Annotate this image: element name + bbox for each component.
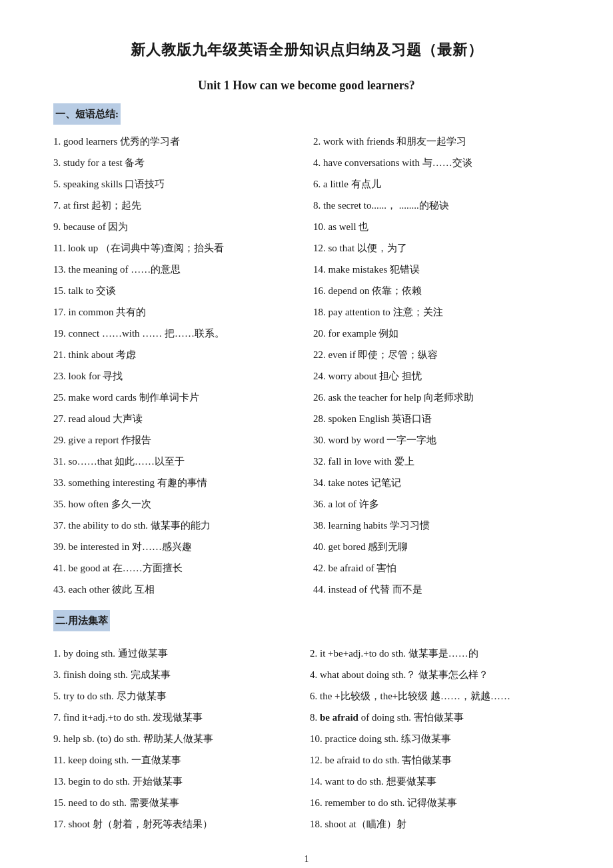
table-row: 5. speaking skills 口语技巧6. a little 有点儿	[53, 174, 560, 194]
phrase-left: 1. good learners 优秀的学习者	[53, 131, 306, 151]
phrase-left: 11. look up （在词典中等)查阅；抬头看	[53, 238, 306, 258]
phrase-left: 35. how often 多久一次	[53, 494, 306, 514]
usage-right: 4. what about doing sth.？ 做某事怎么样？	[306, 665, 560, 685]
phrase-left: 25. make word cards 制作单词卡片	[53, 387, 306, 407]
table-row: 7. at first 起初；起先8. the secret to......，…	[53, 195, 560, 215]
phrase-right: 30. word by word 一字一字地	[306, 430, 560, 450]
phrase-left: 17. in common 共有的	[53, 302, 306, 322]
table-row: 27. read aloud 大声读28. spoken English 英语口…	[53, 409, 560, 429]
usage-right: 2. it +be+adj.+to do sth. 做某事是……的	[306, 643, 560, 663]
section2-header: 二.用法集萃	[53, 610, 110, 631]
phrase-right: 8. the secret to......， ........的秘诀	[306, 195, 560, 215]
usage-right: 8. be afraid of doing sth. 害怕做某事	[306, 707, 560, 727]
table-row: 13. the meaning of ……的意思14. make mistake…	[53, 259, 560, 279]
phrase-right: 24. worry about 担心 担忧	[306, 366, 560, 386]
usage-left: 7. find it+adj.+to do sth. 发现做某事	[53, 707, 306, 727]
phrase-left: 27. read aloud 大声读	[53, 409, 306, 429]
phrase-left: 31. so……that 如此……以至于	[53, 451, 306, 471]
phrase-right: 4. have conversations with 与……交谈	[306, 153, 560, 173]
table-row: 1. by doing sth. 通过做某事2. it +be+adj.+to …	[53, 643, 560, 663]
table-row: 43. each other 彼此 互相44. instead of 代替 而不…	[53, 579, 560, 599]
table-row: 11. look up （在词典中等)查阅；抬头看12. so that 以便，…	[53, 238, 560, 258]
table-row: 1. good learners 优秀的学习者2. work with frie…	[53, 131, 560, 151]
table-row: 33. something interesting 有趣的事情34. take …	[53, 473, 560, 493]
table-row: 7. find it+adj.+to do sth. 发现做某事8. be af…	[53, 707, 560, 727]
usage-right: 6. the +比较级，the+比较级 越……，就越……	[306, 686, 560, 706]
phrase-right: 16. depend on 依靠；依赖	[306, 281, 560, 301]
phrase-left: 33. something interesting 有趣的事情	[53, 473, 306, 493]
table-row: 17. in common 共有的18. pay attention to 注意…	[53, 302, 560, 322]
phrase-left: 39. be interested in 对……感兴趣	[53, 537, 306, 557]
usage-left: 3. finish doing sth. 完成某事	[53, 665, 306, 685]
phrase-right: 2. work with friends 和朋友一起学习	[306, 131, 560, 151]
phrase-right: 18. pay attention to 注意；关注	[306, 302, 560, 322]
main-title: 新人教版九年级英语全册知识点归纳及习题（最新）	[53, 40, 560, 60]
phrase-right: 20. for example 例如	[306, 323, 560, 343]
usage-list: 1. by doing sth. 通过做某事2. it +be+adj.+to …	[53, 643, 560, 834]
phrase-right: 36. a lot of 许多	[306, 494, 560, 514]
table-row: 19. connect ……with …… 把……联系。20. for exam…	[53, 323, 560, 343]
phrase-left: 15. talk to 交谈	[53, 281, 306, 301]
table-row: 3. finish doing sth. 完成某事4. what about d…	[53, 665, 560, 685]
phrase-right: 42. be afraid of 害怕	[306, 558, 560, 578]
table-row: 15. talk to 交谈16. depend on 依靠；依赖	[53, 281, 560, 301]
phrase-right: 26. ask the teacher for help 向老师求助	[306, 387, 560, 407]
table-row: 23. look for 寻找24. worry about 担心 担忧	[53, 366, 560, 386]
phrase-left: 3. study for a test 备考	[53, 153, 306, 173]
phrase-right: 40. get bored 感到无聊	[306, 537, 560, 557]
table-row: 13. begin to do sth. 开始做某事14. want to do…	[53, 771, 560, 791]
table-row: 25. make word cards 制作单词卡片26. ask the te…	[53, 387, 560, 407]
table-row: 17. shoot 射（射着，射死等表结果） 18. shoot at（瞄准）射	[53, 814, 560, 834]
phrase-left: 19. connect ……with …… 把……联系。	[53, 323, 306, 343]
phrase-left: 43. each other 彼此 互相	[53, 579, 306, 599]
phrase-right: 34. take notes 记笔记	[306, 473, 560, 493]
table-row: 39. be interested in 对……感兴趣40. get bored…	[53, 537, 560, 557]
unit-title: Unit 1 How can we become good learners?	[53, 79, 560, 93]
table-row: 9. because of 因为10. as well 也	[53, 217, 560, 237]
usage-left: 17. shoot 射（射着，射死等表结果）	[53, 814, 306, 834]
phrase-left: 41. be good at 在……方面擅长	[53, 558, 306, 578]
phrase-right: 12. so that 以便，为了	[306, 238, 560, 258]
phrase-left: 5. speaking skills 口语技巧	[53, 174, 306, 194]
table-row: 3. study for a test 备考4. have conversati…	[53, 153, 560, 173]
usage-right: 14. want to do sth. 想要做某事	[306, 771, 560, 791]
phrase-left: 37. the ability to do sth. 做某事的能力	[53, 515, 306, 535]
page-number: 1	[53, 854, 560, 865]
phrase-right: 32. fall in love with 爱上	[306, 451, 560, 471]
usage-left: 9. help sb. (to) do sth. 帮助某人做某事	[53, 729, 306, 749]
usage-right: 16. remember to do sth. 记得做某事	[306, 793, 560, 813]
phrase-left: 29. give a report 作报告	[53, 430, 306, 450]
phrase-left: 9. because of 因为	[53, 217, 306, 237]
section1-header: 一、短语总结:	[53, 103, 121, 125]
phrase-right: 22. even if 即使；尽管；纵容	[306, 345, 560, 365]
phrase-left: 7. at first 起初；起先	[53, 195, 306, 215]
table-row: 37. the ability to do sth. 做某事的能力38. lea…	[53, 515, 560, 535]
usage-left: 15. need to do sth. 需要做某事	[53, 793, 306, 813]
table-row: 9. help sb. (to) do sth. 帮助某人做某事10. prac…	[53, 729, 560, 749]
phrase-left: 13. the meaning of ……的意思	[53, 259, 306, 279]
phrase-right: 38. learning habits 学习习惯	[306, 515, 560, 535]
phrase-right: 6. a little 有点儿	[306, 174, 560, 194]
usage-left: 5. try to do sth. 尽力做某事	[53, 686, 306, 706]
usage-right: 12. be afraid to do sth. 害怕做某事	[306, 750, 560, 770]
usage-left: 13. begin to do sth. 开始做某事	[53, 771, 306, 791]
table-row: 11. keep doing sth. 一直做某事12. be afraid t…	[53, 750, 560, 770]
phrase-right: 28. spoken English 英语口语	[306, 409, 560, 429]
table-row: 21. think about 考虑22. even if 即使；尽管；纵容	[53, 345, 560, 365]
phrase-left: 21. think about 考虑	[53, 345, 306, 365]
usage-right: 10. practice doing sth. 练习做某事	[306, 729, 560, 749]
usage-left: 1. by doing sth. 通过做某事	[53, 643, 306, 663]
table-row: 31. so……that 如此……以至于32. fall in love wit…	[53, 451, 560, 471]
phrase-left: 23. look for 寻找	[53, 366, 306, 386]
table-row: 35. how often 多久一次36. a lot of 许多	[53, 494, 560, 514]
phrase-right: 44. instead of 代替 而不是	[306, 579, 560, 599]
table-row: 15. need to do sth. 需要做某事16. remember to…	[53, 793, 560, 813]
table-row: 29. give a report 作报告30. word by word 一字…	[53, 430, 560, 450]
usage-right: 18. shoot at（瞄准）射	[306, 814, 560, 834]
usage-left: 11. keep doing sth. 一直做某事	[53, 750, 306, 770]
table-row: 5. try to do sth. 尽力做某事6. the +比较级，the+比…	[53, 686, 560, 706]
table-row: 41. be good at 在……方面擅长42. be afraid of 害…	[53, 558, 560, 578]
phrase-list: 1. good learners 优秀的学习者2. work with frie…	[53, 131, 560, 599]
phrase-right: 14. make mistakes 犯错误	[306, 259, 560, 279]
phrase-right: 10. as well 也	[306, 217, 560, 237]
